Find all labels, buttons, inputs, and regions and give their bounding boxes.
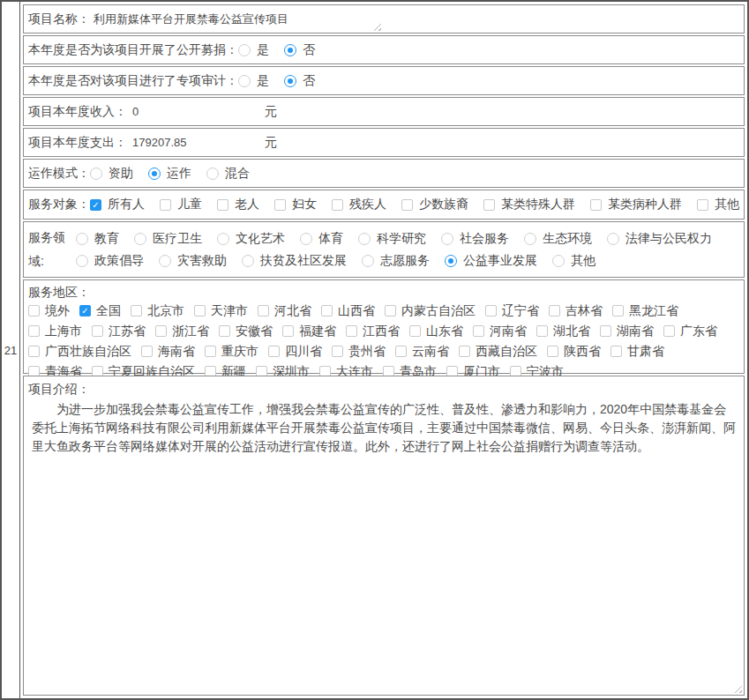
- checkbox-option-云南省[interactable]: 云南省: [395, 342, 449, 361]
- radio-option-否[interactable]: 否: [284, 42, 315, 58]
- radio-icon[interactable]: [159, 255, 171, 267]
- checkbox-option-江苏省[interactable]: 江苏省: [92, 322, 146, 340]
- radio-icon[interactable]: [358, 233, 371, 245]
- radio-icon[interactable]: [607, 233, 619, 245]
- checkbox-option-四川省[interactable]: 四川省: [268, 342, 322, 361]
- checkbox-icon[interactable]: [321, 305, 333, 316]
- checkbox-icon[interactable]: [258, 305, 269, 316]
- checkbox-option-吉林省[interactable]: 吉林省: [549, 302, 603, 320]
- radio-icon[interactable]: [441, 233, 453, 245]
- checkbox-icon[interactable]: [28, 346, 40, 357]
- checkbox-option-上海市[interactable]: 上海市: [28, 322, 82, 340]
- checkbox-icon[interactable]: [485, 305, 497, 316]
- radio-option-其他[interactable]: 其他: [552, 253, 595, 269]
- radio-option-体育[interactable]: 体育: [300, 231, 343, 247]
- radio-icon[interactable]: [134, 233, 146, 245]
- checkbox-icon[interactable]: [459, 346, 470, 357]
- checkbox-option-山西省[interactable]: 山西省: [321, 302, 375, 320]
- radio-icon[interactable]: [217, 233, 229, 245]
- radio-option-生态环境[interactable]: 生态环境: [524, 231, 592, 247]
- checkbox-icon[interactable]: [131, 305, 142, 316]
- checkbox-option-其他[interactable]: 其他: [697, 197, 739, 212]
- radio-option-科学研究[interactable]: 科学研究: [358, 231, 426, 247]
- checkbox-icon[interactable]: [332, 199, 343, 211]
- checkbox-icon[interactable]: [697, 199, 708, 211]
- radio-icon[interactable]: [284, 44, 296, 56]
- radio-icon[interactable]: [445, 255, 457, 267]
- checkbox-icon[interactable]: [205, 346, 216, 357]
- checkbox-option-福建省[interactable]: 福建省: [282, 322, 336, 340]
- checkbox-option-陕西省[interactable]: 陕西省: [547, 342, 601, 361]
- checkbox-icon[interactable]: [28, 305, 40, 316]
- radio-icon[interactable]: [238, 44, 251, 56]
- checkbox-icon[interactable]: ✓: [90, 199, 101, 211]
- checkbox-icon[interactable]: [600, 325, 611, 337]
- checkbox-option-所有人[interactable]: ✓所有人: [90, 197, 145, 212]
- checkbox-option-广东省[interactable]: 广东省: [663, 322, 717, 340]
- checkbox-option-山东省[interactable]: 山东省: [409, 322, 463, 340]
- radio-option-是[interactable]: 是: [238, 42, 269, 58]
- radio-option-运作[interactable]: 运作: [148, 166, 191, 182]
- radio-option-文化艺术[interactable]: 文化艺术: [217, 231, 285, 247]
- checkbox-option-河北省[interactable]: 河北省: [258, 302, 311, 320]
- radio-icon[interactable]: [206, 168, 219, 180]
- checkbox-option-某类特殊人群[interactable]: 某类特殊人群: [483, 197, 575, 212]
- checkbox-option-老人[interactable]: 老人: [217, 197, 259, 212]
- checkbox-option-广西壮族自治区[interactable]: 广西壮族自治区: [28, 342, 131, 361]
- checkbox-icon[interactable]: [612, 305, 624, 316]
- radio-option-教育[interactable]: 教育: [76, 231, 119, 247]
- checkbox-option-贵州省[interactable]: 贵州省: [332, 342, 386, 361]
- resize-handle-icon[interactable]: [372, 22, 381, 31]
- checkbox-option-全国[interactable]: ✓全国: [79, 302, 121, 320]
- radio-option-志愿服务[interactable]: 志愿服务: [362, 253, 430, 269]
- checkbox-icon[interactable]: [385, 305, 396, 316]
- checkbox-option-河南省[interactable]: 河南省: [473, 322, 527, 340]
- checkbox-option-辽宁省[interactable]: 辽宁省: [485, 302, 539, 320]
- checkbox-option-残疾人[interactable]: 残疾人: [332, 197, 386, 212]
- checkbox-option-少数族裔[interactable]: 少数族裔: [401, 197, 468, 212]
- radio-icon[interactable]: [524, 233, 536, 245]
- checkbox-option-境外[interactable]: 境外: [28, 302, 70, 320]
- radio-option-混合[interactable]: 混合: [206, 166, 250, 182]
- checkbox-option-浙江省[interactable]: 浙江省: [155, 322, 209, 340]
- checkbox-icon[interactable]: [549, 305, 560, 316]
- radio-icon[interactable]: [242, 255, 254, 267]
- checkbox-icon[interactable]: [282, 325, 294, 337]
- checkbox-option-海南省[interactable]: 海南省: [141, 342, 195, 361]
- radio-option-资助[interactable]: 资助: [90, 166, 133, 182]
- checkbox-icon[interactable]: [219, 325, 230, 337]
- annual-expense-input[interactable]: [132, 136, 265, 149]
- checkbox-icon[interactable]: [92, 325, 103, 337]
- annual-income-input[interactable]: [132, 105, 265, 118]
- radio-option-公益事业发展[interactable]: 公益事业发展: [445, 253, 537, 269]
- radio-icon[interactable]: [76, 255, 88, 267]
- radio-icon[interactable]: [362, 255, 374, 267]
- checkbox-option-天津市[interactable]: 天津市: [194, 302, 248, 320]
- checkbox-option-西藏自治区[interactable]: 西藏自治区: [459, 342, 537, 361]
- radio-option-医疗卫生[interactable]: 医疗卫生: [134, 231, 202, 247]
- checkbox-icon[interactable]: [346, 325, 357, 337]
- checkbox-option-某类病种人群[interactable]: 某类病种人群: [590, 197, 682, 212]
- checkbox-option-内蒙古自治区[interactable]: 内蒙古自治区: [385, 302, 476, 320]
- radio-icon[interactable]: [552, 255, 565, 267]
- radio-icon[interactable]: [284, 75, 296, 87]
- checkbox-option-北京市[interactable]: 北京市: [131, 302, 184, 320]
- checkbox-icon[interactable]: [473, 325, 484, 337]
- checkbox-option-重庆市[interactable]: 重庆市: [205, 342, 258, 361]
- checkbox-option-甘肃省[interactable]: 甘肃省: [610, 342, 664, 361]
- checkbox-icon[interactable]: [217, 199, 228, 211]
- radio-icon[interactable]: [238, 75, 251, 87]
- radio-icon[interactable]: [90, 168, 102, 180]
- project-name-textarea[interactable]: 利用新媒体平台开展禁毒公益宣传项目: [90, 5, 383, 33]
- checkbox-icon[interactable]: [332, 346, 343, 357]
- radio-option-法律与公民权力[interactable]: 法律与公民权力: [607, 231, 712, 247]
- resize-handle-icon[interactable]: [733, 684, 742, 693]
- radio-option-扶贫及社区发展[interactable]: 扶贫及社区发展: [242, 253, 347, 269]
- radio-icon[interactable]: [76, 233, 88, 245]
- checkbox-icon[interactable]: ✓: [79, 305, 91, 316]
- radio-option-否[interactable]: 否: [284, 73, 315, 89]
- radio-option-政策倡导[interactable]: 政策倡导: [76, 253, 144, 269]
- checkbox-icon[interactable]: [409, 325, 421, 337]
- checkbox-icon[interactable]: [268, 346, 280, 357]
- checkbox-option-儿童[interactable]: 儿童: [160, 197, 202, 212]
